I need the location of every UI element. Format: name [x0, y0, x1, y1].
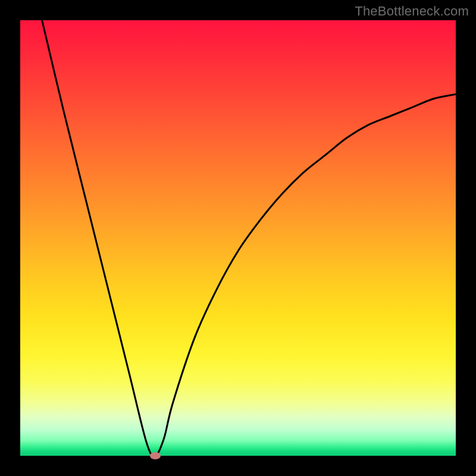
minimum-point-marker — [150, 452, 161, 459]
plot-area — [20, 20, 456, 456]
chart-frame: TheBottleneck.com — [0, 0, 476, 476]
watermark-text: TheBottleneck.com — [355, 4, 469, 19]
bottleneck-curve — [20, 20, 456, 456]
